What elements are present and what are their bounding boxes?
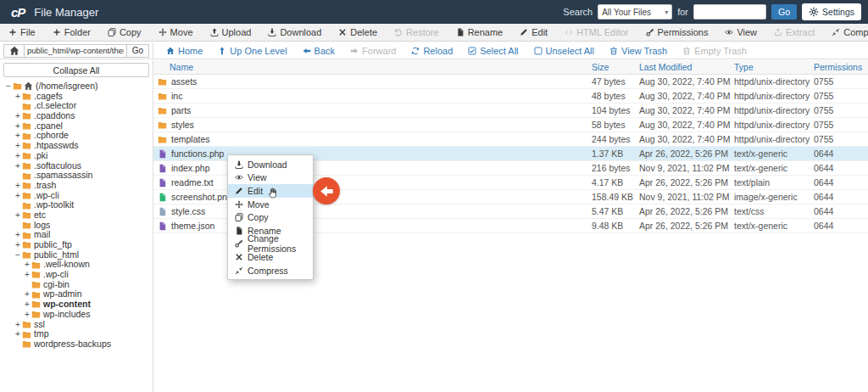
tree-item[interactable]: + .wp-cli bbox=[0, 191, 153, 201]
tree-item[interactable]: .cl.selector bbox=[0, 101, 153, 111]
table-row[interactable]: assets 47 bytes Aug 30, 2022, 7:40 PM ht… bbox=[153, 75, 868, 89]
table-row[interactable]: parts 104 bytes Aug 30, 2022, 7:40 PM ht… bbox=[153, 104, 868, 118]
context-menu-item[interactable]: Download bbox=[228, 158, 313, 171]
nav-item[interactable]: Home bbox=[159, 46, 210, 56]
file-name-cell: functions.php bbox=[153, 148, 592, 159]
context-menu-item[interactable]: Move bbox=[228, 198, 313, 211]
tree-expander[interactable]: + bbox=[14, 320, 22, 330]
toolbar-item[interactable]: Copy bbox=[99, 24, 150, 41]
tree-expander[interactable]: + bbox=[14, 92, 22, 102]
tree-expander[interactable]: + bbox=[23, 260, 31, 270]
context-menu-item[interactable]: Copy bbox=[228, 210, 313, 224]
nav-item[interactable]: Reload bbox=[403, 46, 460, 56]
column-header-modified[interactable]: Last Modified bbox=[639, 62, 734, 72]
toolbar-item[interactable]: Upload bbox=[202, 24, 260, 41]
file-nav-toolbar: Home Up One Level Back Forward Reload bbox=[153, 42, 868, 59]
tree-item[interactable]: + .cpaddons bbox=[0, 111, 153, 121]
tree-item[interactable]: + .trash bbox=[0, 181, 153, 191]
tree-expander[interactable]: + bbox=[14, 161, 22, 171]
tree-expander[interactable]: + bbox=[14, 230, 22, 240]
toolbar-item[interactable]: Rename bbox=[448, 24, 512, 41]
table-row[interactable]: inc 48 bytes Aug 30, 2022, 7:40 PM httpd… bbox=[153, 89, 868, 104]
toolbar-item[interactable]: Move bbox=[150, 24, 202, 41]
toolbar-item[interactable]: Restore bbox=[386, 24, 448, 41]
context-menu-item[interactable]: View bbox=[228, 171, 313, 185]
table-row[interactable]: styles 58 bytes Aug 30, 2022, 7:40 PM ht… bbox=[153, 118, 868, 132]
tree-item[interactable]: + mail bbox=[0, 230, 153, 240]
nav-item[interactable]: Empty Trash bbox=[675, 46, 754, 56]
folder-icon bbox=[22, 231, 31, 240]
file-permissions: 0755 bbox=[814, 105, 863, 115]
tree-item[interactable]: + etc bbox=[0, 210, 153, 221]
file-size: 48 bytes bbox=[592, 91, 639, 101]
tree-expander[interactable]: + bbox=[14, 191, 22, 201]
column-header-permissions[interactable]: Permissions bbox=[814, 62, 863, 72]
tree-expander[interactable]: + bbox=[14, 151, 22, 161]
file-type-icon bbox=[158, 178, 167, 188]
context-menu-item[interactable]: Delete bbox=[228, 250, 313, 264]
tree-item[interactable]: .spamassassin bbox=[0, 171, 153, 181]
tree-item[interactable]: + .cpanel bbox=[0, 121, 153, 132]
tree-item[interactable]: + .well-known bbox=[0, 260, 153, 270]
tree-item[interactable]: + .cagefs bbox=[0, 92, 153, 102]
tree-expander[interactable]: + bbox=[14, 240, 22, 250]
file-type-icon bbox=[158, 77, 167, 87]
tree-expander[interactable]: + bbox=[14, 131, 22, 141]
toolbar-item[interactable]: File bbox=[0, 24, 44, 41]
nav-item[interactable]: Unselect All bbox=[526, 46, 602, 56]
toolbar-item[interactable]: Download bbox=[259, 24, 330, 41]
tree-expander[interactable]: + bbox=[23, 289, 31, 300]
tree-expander[interactable]: + bbox=[23, 270, 31, 280]
tree-item[interactable]: + wp-includes bbox=[0, 310, 153, 320]
search-scope-select[interactable]: All Your Files ▾ bbox=[598, 4, 672, 20]
context-menu-item[interactable]: Compress bbox=[228, 264, 313, 277]
toolbar-item[interactable]: View bbox=[716, 24, 765, 41]
tree-expander[interactable]: + bbox=[23, 310, 31, 320]
path-go-button[interactable]: Go bbox=[127, 44, 149, 58]
tree-item[interactable]: + .pki bbox=[0, 151, 153, 161]
tree-expander[interactable]: + bbox=[14, 141, 22, 151]
column-header-size[interactable]: Size bbox=[592, 62, 639, 72]
tree-expander[interactable]: + bbox=[14, 111, 22, 121]
tree-item[interactable]: .wp-toolkit bbox=[0, 200, 153, 210]
nav-item[interactable]: Up One Level bbox=[210, 46, 294, 56]
search-go-button[interactable]: Go bbox=[771, 4, 797, 20]
table-row[interactable]: templates 244 bytes Aug 30, 2022, 7:40 P… bbox=[153, 132, 868, 147]
toolbar-item[interactable]: Delete bbox=[330, 24, 386, 41]
tree-item[interactable]: − (/home/isgreen) bbox=[0, 81, 153, 92]
context-menu-item[interactable]: Change Permissions bbox=[228, 238, 313, 251]
column-header-type[interactable]: Type bbox=[734, 62, 814, 72]
toolbar-item[interactable]: HTML Editor bbox=[556, 24, 637, 41]
nav-item[interactable]: Forward bbox=[342, 46, 403, 56]
tree-expander[interactable]: + bbox=[14, 210, 22, 221]
nav-item[interactable]: Back bbox=[295, 46, 342, 56]
search-input[interactable] bbox=[693, 4, 766, 20]
nav-item[interactable]: Select All bbox=[460, 46, 526, 56]
tree-expander[interactable]: + bbox=[14, 181, 22, 191]
settings-button[interactable]: Settings bbox=[802, 3, 861, 20]
tree-item[interactable]: + .htpasswds bbox=[0, 141, 153, 151]
toolbar-item[interactable]: Compress bbox=[823, 24, 868, 41]
column-header-name[interactable]: Name bbox=[153, 62, 592, 72]
context-menu-item[interactable]: Edit bbox=[228, 184, 313, 198]
file-type: text/x-generic bbox=[734, 221, 814, 231]
tree-item[interactable]: logs bbox=[0, 221, 153, 231]
tree-expander[interactable]: − bbox=[14, 250, 22, 260]
chevron-down-icon: ▾ bbox=[665, 8, 668, 16]
collapse-all-button[interactable]: Collapse All bbox=[3, 63, 149, 77]
tree-item[interactable]: + public_ftp bbox=[0, 240, 153, 250]
toolbar-item[interactable]: Permissions bbox=[637, 24, 717, 41]
tree-item[interactable]: wordpress-backups bbox=[0, 339, 153, 350]
path-input[interactable] bbox=[24, 44, 127, 58]
path-home-button[interactable] bbox=[3, 44, 24, 58]
tree-item[interactable]: + ssl bbox=[0, 320, 153, 330]
toolbar-item[interactable]: Edit bbox=[511, 24, 556, 41]
tree-expander[interactable]: + bbox=[14, 121, 22, 132]
tree-item[interactable]: + .wp-cli bbox=[0, 270, 153, 280]
tree-expander[interactable]: + bbox=[14, 329, 22, 339]
toolbar-item[interactable]: Extract bbox=[765, 24, 823, 41]
tree-expander[interactable]: + bbox=[23, 300, 31, 310]
nav-item[interactable]: View Trash bbox=[602, 46, 675, 56]
toolbar-item[interactable]: Folder bbox=[44, 24, 99, 41]
tree-expander[interactable]: − bbox=[4, 81, 13, 92]
